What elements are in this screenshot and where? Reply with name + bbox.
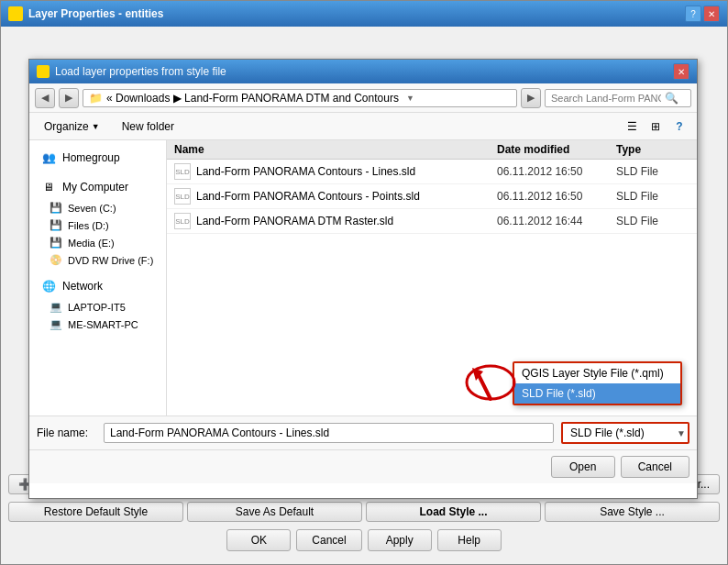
homegroup-icon: 👥 xyxy=(40,150,57,166)
outer-title-text: Layer Properties - entities xyxy=(28,7,163,20)
style-buttons-row: Restore Default Style Save As Default Lo… xyxy=(8,502,720,522)
organize-label: Organize xyxy=(44,120,89,133)
search-box: 🔍 xyxy=(545,89,691,107)
sidebar-item-homegroup[interactable]: 👥 Homegroup xyxy=(29,146,166,170)
file-date-1: 06.11.2012 16:50 xyxy=(497,165,616,178)
restore-label: Restore Default Style xyxy=(44,505,148,518)
svg-line-1 xyxy=(478,373,491,399)
filetype-value: SLD File (*.sld) xyxy=(570,427,645,439)
organize-btn[interactable]: Organize ▼ xyxy=(37,118,107,135)
dvd-icon: 📀 xyxy=(50,254,62,266)
sidebar-item-d-drive[interactable]: 💾 Files (D:) xyxy=(29,216,166,234)
cancel-btn[interactable]: Cancel xyxy=(296,529,361,551)
load-style-btn[interactable]: Load Style ... xyxy=(366,502,541,522)
inner-dialog-buttons: Open Cancel xyxy=(29,449,697,483)
sidebar-item-f-drive[interactable]: 📀 DVD RW Drive (F:) xyxy=(29,251,166,269)
sidebar-label: Network xyxy=(62,280,103,293)
outer-main-area: Load layer properties from style file ✕ … xyxy=(1,27,727,559)
list-view-btn[interactable]: ☰ xyxy=(622,116,642,137)
sidebar-label: Seven (C:) xyxy=(68,203,116,214)
load-label: Load Style ... xyxy=(419,505,487,518)
restore-default-btn[interactable]: Restore Default Style xyxy=(8,502,183,522)
file-list-header: Name Date modified Type xyxy=(167,140,697,160)
file-icon-1: SLD xyxy=(174,163,191,180)
filetype-popup: QGIS Layer Style File (*.qml) SLD File (… xyxy=(513,361,682,405)
inner-dialog: Load layer properties from style file ✕ … xyxy=(28,59,698,499)
computer-icon: 🖥 xyxy=(40,179,57,195)
sidebar-label: Media (E:) xyxy=(68,238,115,249)
filetype-dropdown[interactable]: SLD File (*.sld) ▼ QGIS Layer Style File… xyxy=(561,422,689,444)
path-text: « Downloads ▶ Land-Form PANORAMA DTM and… xyxy=(106,92,399,105)
outer-window: Layer Properties - entities ? ✕ Load lay… xyxy=(0,0,728,565)
open-button[interactable]: Open xyxy=(551,456,615,478)
path-dropdown-btn[interactable]: ▼ xyxy=(406,94,414,103)
save-as-default-btn[interactable]: Save As Default xyxy=(187,502,362,522)
col-name-header: Name xyxy=(174,143,497,156)
view-buttons: ☰ ⊞ ? xyxy=(622,116,689,137)
sidebar-item-pc[interactable]: 💻 ME-SMART-PC xyxy=(29,316,166,333)
filename-label: File name: xyxy=(37,427,96,439)
ok-btn[interactable]: OK xyxy=(226,529,291,551)
arrow-annotation xyxy=(463,348,518,405)
open-label: Open xyxy=(569,460,596,473)
network-icon: 🌐 xyxy=(40,278,57,294)
sidebar: 👥 Homegroup 🖥 My Computer 💾 Seven (C:) 💾… xyxy=(29,140,167,415)
file-date-3: 06.11.2012 16:44 xyxy=(497,215,616,227)
ok-label: OK xyxy=(251,534,267,547)
search-input[interactable] xyxy=(551,93,661,104)
sidebar-label: Files (D:) xyxy=(68,220,109,231)
save-style-btn[interactable]: Save Style ... xyxy=(545,502,720,522)
organize-arrow: ▼ xyxy=(92,122,100,131)
apply-label: Apply xyxy=(386,534,414,547)
outer-title-icon xyxy=(8,6,23,21)
dialog-buttons-row: OK Cancel Apply Help xyxy=(8,529,720,551)
back-button[interactable]: ◀ xyxy=(35,88,55,108)
laptop-icon: 💻 xyxy=(50,301,62,313)
col-date-header: Date modified xyxy=(497,143,616,156)
dropdown-option-sld[interactable]: SLD File (*.sld) xyxy=(514,383,680,404)
sidebar-label: LAPTOP-IT5 xyxy=(68,302,126,313)
filename-input[interactable] xyxy=(104,423,554,443)
file-name-3: Land-Form PANORAMA DTM Raster.sld xyxy=(196,215,497,227)
file-icon-3: SLD xyxy=(174,213,191,229)
file-item-3[interactable]: SLD Land-Form PANORAMA DTM Raster.sld 06… xyxy=(167,209,697,234)
outer-help-btn[interactable]: ? xyxy=(685,6,701,22)
outer-close-btn[interactable]: ✕ xyxy=(703,6,720,22)
sidebar-item-laptop[interactable]: 💻 LAPTOP-IT5 xyxy=(29,298,166,316)
file-date-2: 06.11.2012 16:50 xyxy=(497,190,616,203)
dropdown-option-qml[interactable]: QGIS Layer Style File (*.qml) xyxy=(514,363,680,383)
inner-close-btn[interactable]: ✕ xyxy=(673,63,689,80)
inner-title-icon xyxy=(37,65,50,78)
filename-bar: File name: SLD File (*.sld) ▼ QGIS Layer… xyxy=(29,415,697,449)
sidebar-label: DVD RW Drive (F:) xyxy=(68,255,153,266)
save-as-label: Save As Default xyxy=(236,505,314,518)
address-bar: ◀ ▶ 📁 « Downloads ▶ Land-Form PANORAMA D… xyxy=(29,83,697,113)
cancel-label: Cancel xyxy=(312,534,346,547)
file-item-1[interactable]: SLD Land-Form PANORAMA Contours - Lines.… xyxy=(167,160,697,184)
go-button[interactable]: ▶ xyxy=(521,88,541,108)
sidebar-label: My Computer xyxy=(62,181,128,194)
file-name-2: Land-Form PANORAMA Contours - Points.sld xyxy=(196,190,497,203)
sidebar-item-c-drive[interactable]: 💾 Seven (C:) xyxy=(29,199,166,216)
outer-title-bar: Layer Properties - entities ? ✕ xyxy=(1,1,727,27)
help-btn[interactable]: ? xyxy=(669,116,689,137)
forward-button[interactable]: ▶ xyxy=(59,88,79,108)
address-path[interactable]: 📁 « Downloads ▶ Land-Form PANORAMA DTM a… xyxy=(83,89,517,107)
file-type-2: SLD File xyxy=(616,190,689,203)
file-type-1: SLD File xyxy=(616,165,689,178)
file-item-2[interactable]: SLD Land-Form PANORAMA Contours - Points… xyxy=(167,184,697,209)
grid-view-btn[interactable]: ⊞ xyxy=(645,116,666,137)
inner-cancel-button[interactable]: Cancel xyxy=(621,456,689,478)
drive-icon: 💾 xyxy=(50,202,62,214)
apply-btn[interactable]: Apply xyxy=(368,529,432,551)
drive-icon: 💾 xyxy=(50,219,62,231)
help-btn[interactable]: Help xyxy=(437,529,502,551)
sidebar-item-network[interactable]: 🌐 Network xyxy=(29,274,166,298)
sidebar-item-e-drive[interactable]: 💾 Media (E:) xyxy=(29,234,166,251)
sidebar-item-computer[interactable]: 🖥 My Computer xyxy=(29,175,166,199)
outer-title: Layer Properties - entities xyxy=(8,6,163,21)
new-folder-btn[interactable]: New folder xyxy=(115,118,182,135)
filetype-select[interactable]: SLD File (*.sld) xyxy=(561,422,689,444)
help-label: Help xyxy=(458,534,480,547)
new-folder-label: New folder xyxy=(122,120,174,133)
